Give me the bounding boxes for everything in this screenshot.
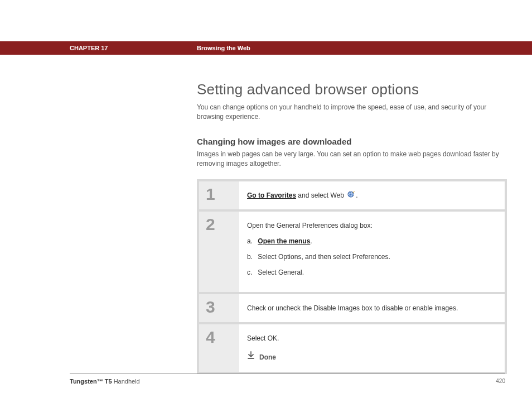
step-4: 4 Select OK. Done [199,324,505,372]
substep-label: c. [247,267,256,277]
intro-text: You can change options on your handheld … [197,103,507,122]
step-number: 4 [199,324,239,372]
steps-container: 1 Go to Favorites and select Web . 2 Ope… [197,179,507,375]
chapter-header: CHAPTER 17 Browsing the Web [0,41,532,55]
web-globe-icon [346,190,355,200]
page-heading: Setting advanced browser options [197,81,507,98]
step-number: 3 [199,294,239,322]
section-intro: Images in web pages can be very large. Y… [197,150,507,169]
step-3: 3 Check or uncheck the Disable Images bo… [199,294,505,322]
step-body: Select OK. Done [239,324,505,372]
substep-period: . [310,237,312,245]
substep-list: a. Open the menus. b. Select Options, an… [247,236,495,277]
section-heading: Changing how images are downloaded [197,137,507,146]
substep-b: b. Select Options, and then select Prefe… [247,252,495,262]
step-2: 2 Open the General Preferences dialog bo… [199,212,505,292]
substep-a: a. Open the menus. [247,236,495,246]
step-body: Open the General Preferences dialog box:… [239,212,505,292]
favorites-link[interactable]: Go to Favorites [247,191,296,199]
substep-label: a. [247,236,256,246]
chapter-title: Browsing the Web [197,45,250,51]
step-number: 2 [199,212,239,292]
done-arrow-icon [247,351,255,363]
product-bold: Tungsten™ T5 [70,378,112,385]
step-text-period: . [356,191,357,199]
step-body: Check or uncheck the Disable Images box … [239,294,505,322]
step-text: Check or uncheck the Disable Images box … [247,304,458,312]
step-1: 1 Go to Favorites and select Web . [199,181,505,210]
product-name: Tungsten™ T5 Handheld [70,378,140,385]
page-footer: Tungsten™ T5 Handheld 420 [70,373,505,385]
substep-c: c. Select General. [247,267,495,277]
done-label: Done [259,352,276,362]
done-indicator: Done [247,351,495,363]
substep-text: Select Options, and then select Preferen… [258,253,390,261]
chapter-number: CHAPTER 17 [70,45,197,51]
substep-text: Select General. [258,269,304,276]
step-body: Go to Favorites and select Web . [239,181,505,210]
substep-label: b. [247,252,256,262]
page-number: 420 [496,378,505,385]
step-lead: Open the General Preferences dialog box: [247,221,495,231]
step-text: and select Web [296,191,346,199]
main-content: Setting advanced browser options You can… [197,81,507,374]
step-number: 1 [199,181,239,210]
open-menus-link[interactable]: Open the menus [258,237,310,245]
step-text: Select OK. [247,333,495,343]
product-rest: Handheld [112,378,140,385]
